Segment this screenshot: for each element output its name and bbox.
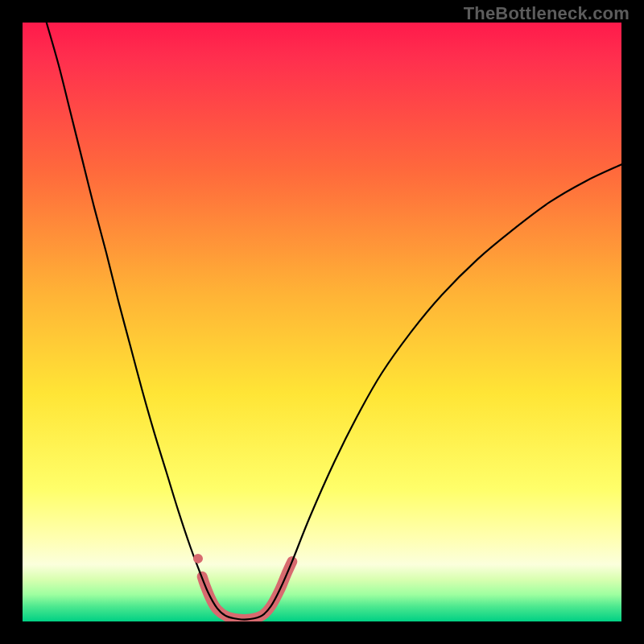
highlight-dot [193, 554, 203, 564]
chart-svg [23, 23, 621, 621]
watermark-label: TheBottleneck.com [464, 3, 630, 24]
chart-frame: TheBottleneck.com [0, 0, 644, 644]
gradient-background [23, 23, 621, 621]
plot-area [23, 23, 621, 621]
